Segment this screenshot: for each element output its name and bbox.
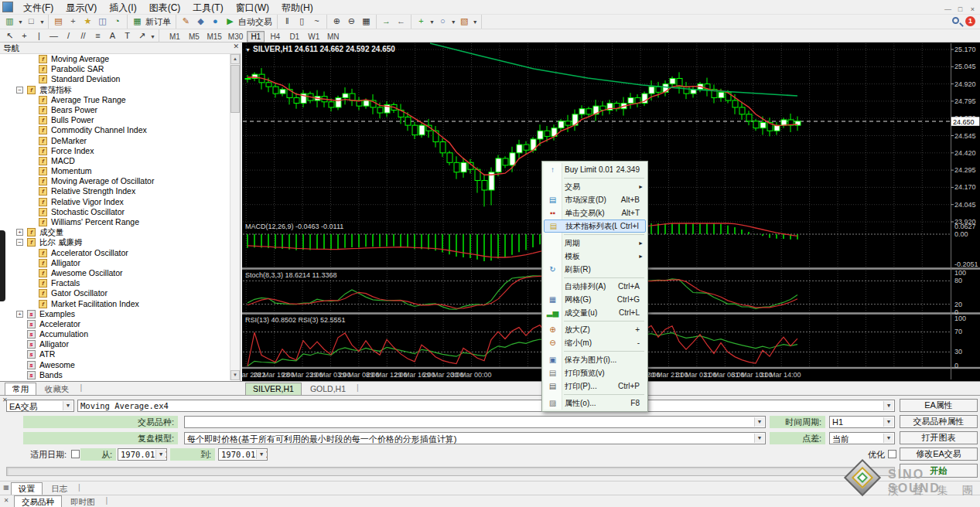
buy-limit-item[interactable]: ↑Buy Limit 0.0124.349 [544, 163, 646, 176]
timeframe-W1[interactable]: W1 [305, 31, 323, 43]
chart-tab-SILVER,H1[interactable]: SILVER,H1 [245, 383, 302, 395]
scroll-up-icon[interactable]: ▲ [230, 54, 240, 64]
periods-submenu[interactable]: 周期► [544, 236, 646, 250]
menubar-item-3[interactable]: 图表(C) [143, 0, 187, 16]
expand-icon[interactable]: + [16, 229, 23, 236]
start-button[interactable]: 开始 [900, 464, 978, 478]
tree-item[interactable]: fBulls Power [0, 115, 240, 125]
indicators-list-item[interactable]: ▤技术指标列表(L)Ctrl+I [544, 219, 646, 233]
tree-item[interactable]: fAverage True Range [0, 95, 240, 105]
chevron-down-icon[interactable]: ▼ [18, 19, 23, 25]
tree-item[interactable]: fForce Index [0, 146, 240, 156]
tree-item[interactable]: fStandard Deviation [0, 74, 240, 84]
timeframe-M15[interactable]: M15 [204, 31, 224, 43]
chevron-down-icon[interactable]: ▼ [451, 19, 456, 25]
use-date-checkbox[interactable] [71, 450, 80, 458]
new-order-button[interactable]: ▦ [130, 15, 145, 28]
tree-item[interactable]: −f比尔 威廉姆 [0, 237, 240, 247]
to-date-field[interactable]: 1970.01.01▼ [218, 448, 268, 461]
print-preview-item[interactable]: ▤打印预览(v) [544, 366, 646, 379]
search-icon[interactable] [952, 17, 959, 24]
tree-item[interactable]: sAwesome [0, 360, 240, 370]
chart-line-button[interactable]: ~ [309, 15, 324, 28]
timeframe-M1[interactable]: M1 [166, 31, 183, 43]
timeframe-D1[interactable]: D1 [285, 31, 303, 43]
tree-item[interactable]: +f成交量 [0, 227, 240, 237]
chart-shift-button[interactable]: ← [394, 15, 408, 28]
tree-item[interactable]: fMoving Average [0, 54, 240, 64]
tree-item[interactable]: fWilliams' Percent Range [0, 217, 240, 227]
timeframe-MN[interactable]: MN [324, 31, 342, 43]
label-tool[interactable]: T [120, 30, 135, 43]
ea-properties-button[interactable]: EA属性 [900, 399, 978, 412]
tree-item[interactable]: fMomentum [0, 166, 240, 176]
collapse-icon[interactable]: − [16, 239, 23, 246]
symbol-properties-button[interactable]: 交易品种属性 [900, 415, 978, 428]
tree-item[interactable]: fBears Power [0, 105, 240, 115]
tree-item[interactable]: fStochastic Oscillator [0, 207, 240, 217]
tree-item[interactable]: fFractals [0, 278, 240, 288]
print-item[interactable]: ▤打印(P)...Ctrl+P [544, 379, 646, 393]
tree-item[interactable]: fRelative Strength Index [0, 186, 240, 196]
dock-handle[interactable] [0, 230, 5, 301]
zoom-out-button[interactable]: ⊖ [344, 15, 359, 28]
navigator-close-icon[interactable]: ✕ [233, 43, 239, 50]
market-button[interactable]: ◆ [193, 15, 208, 28]
tree-item[interactable]: sATR [0, 349, 240, 359]
tree-item[interactable]: fCommodity Channel Index [0, 125, 240, 135]
menubar-item-5[interactable]: 窗口(W) [230, 0, 275, 16]
zoom-out-item[interactable]: ⊖缩小(m)- [544, 336, 646, 349]
chevron-down-icon[interactable]: ▼ [150, 34, 155, 39]
one-click-trading-item[interactable]: ▪▪单击交易(k)Alt+T [544, 206, 646, 219]
bottom-tab-交易品种[interactable]: 交易品种 [14, 495, 62, 507]
timeframe-H1[interactable]: H1 [247, 31, 265, 43]
optimize-checkbox[interactable] [888, 450, 896, 458]
grid-item[interactable]: ▦网格(G)Ctrl+G [544, 293, 646, 306]
chart-tab-GOLD,H1[interactable]: GOLD,H1 [302, 383, 353, 395]
volumes-item[interactable]: ▂▅成交量(u)Ctrl+L [544, 306, 646, 319]
menubar-item-6[interactable]: 帮助(H) [275, 0, 319, 16]
modify-ea-button[interactable]: 修改EA交易 [900, 447, 978, 461]
fibonacci-tool[interactable]: ≡ [90, 30, 105, 43]
timeframe-M5[interactable]: M5 [185, 31, 203, 43]
menubar-item-1[interactable]: 显示(V) [60, 0, 103, 16]
auto-scroll-button[interactable]: → [379, 15, 394, 28]
templates-submenu[interactable]: 模板► [544, 250, 646, 263]
tree-item[interactable]: sAccumulation [0, 329, 240, 339]
trendline-tool[interactable]: / [61, 30, 76, 43]
tree-item[interactable]: sBands [0, 370, 240, 380]
community-button[interactable]: ● [208, 15, 223, 28]
expert-advisor-combo[interactable]: Moving Average.ex4▼ [77, 400, 895, 412]
refresh-item[interactable]: ↻刷新(R) [544, 263, 646, 276]
tree-item[interactable]: −f震荡指标 [0, 85, 240, 95]
metaeditor-button[interactable]: ✎ [179, 15, 193, 28]
spread-combo[interactable]: 当前▼ [829, 432, 895, 444]
data-window-button[interactable]: + [66, 15, 80, 28]
menubar-item-2[interactable]: 插入(I) [103, 0, 142, 16]
zoom-in-button[interactable]: ⊕ [330, 15, 344, 28]
vline-tool[interactable]: | [32, 30, 46, 43]
notification-icon[interactable]: 1 [965, 16, 975, 26]
auto-arrange-item[interactable]: 自动排列(A)Ctrl+A [544, 280, 646, 293]
tree-item[interactable]: fMoving Average of Oscillator [0, 176, 240, 186]
market-watch-button[interactable]: ▤ [51, 15, 66, 28]
close-icon[interactable]: × [967, 5, 978, 15]
chevron-down-icon[interactable]: ▼ [39, 19, 45, 25]
strategy-tester-button[interactable]: ◔ [110, 15, 125, 28]
periods-button[interactable]: ○ [435, 15, 450, 28]
tree-item[interactable]: fMarket Facilitation Index [0, 299, 240, 309]
profiles-button[interactable]: □ [24, 15, 39, 28]
tree-item[interactable]: fGator Oscillator [0, 288, 240, 298]
menubar-item-0[interactable]: 文件(F) [17, 0, 60, 16]
from-date-field[interactable]: 1970.01.01▼ [118, 448, 167, 461]
indicators-button[interactable]: + [414, 15, 429, 28]
crosshair-tool[interactable]: + [17, 30, 32, 43]
tree-item[interactable]: fRelative Vigor Index [0, 197, 240, 207]
tree-item[interactable]: fParabolic SAR [0, 64, 240, 74]
tree-item[interactable]: fMACD [0, 156, 240, 166]
scrollbar-thumb[interactable] [230, 65, 240, 113]
expand-icon[interactable]: + [16, 311, 23, 318]
shapes-tool[interactable]: ↗ [135, 30, 149, 43]
tester-mode-select[interactable]: EA交易▼ [6, 400, 74, 412]
bottom-close-icon[interactable]: ✕ [2, 497, 11, 504]
